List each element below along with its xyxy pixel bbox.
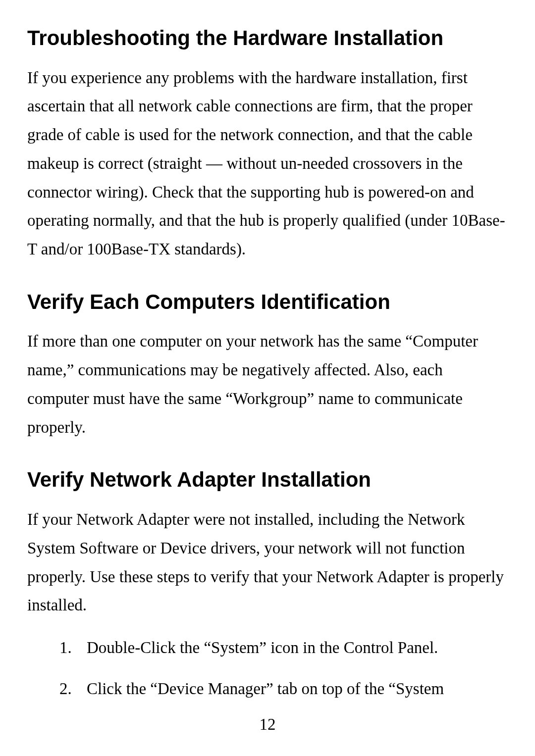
section-heading-verify-adapter: Verify Network Adapter Installation — [27, 466, 508, 494]
steps-list: 1. Double-Click the “System” icon in the… — [27, 635, 508, 702]
list-number: 2. — [59, 676, 87, 702]
list-text: Double-Click the “System” icon in the Co… — [87, 635, 438, 661]
section-body-verify-adapter: If your Network Adapter were not install… — [27, 505, 508, 620]
page-number: 12 — [0, 715, 535, 734]
section-heading-troubleshooting: Troubleshooting the Hardware Installatio… — [27, 25, 508, 52]
section-body-troubleshooting: If you experience any problems with the … — [27, 64, 508, 264]
list-number: 1. — [59, 635, 87, 661]
section-body-verify-computers: If more than one computer on your networ… — [27, 327, 508, 442]
list-text: Click the “Device Manager” tab on top of… — [87, 676, 444, 702]
section-heading-verify-computers: Verify Each Computers Identification — [27, 289, 508, 316]
list-item: 2. Click the “Device Manager” tab on top… — [59, 676, 508, 702]
list-item: 1. Double-Click the “System” icon in the… — [59, 635, 508, 661]
